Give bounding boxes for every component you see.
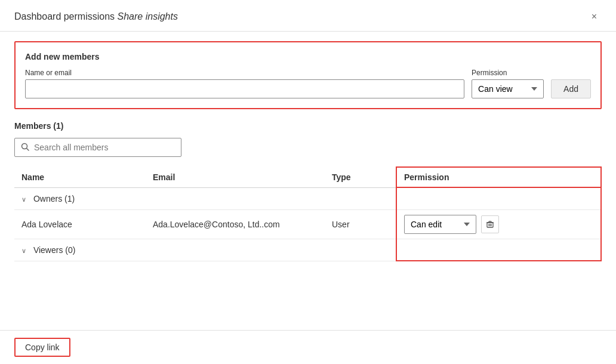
copy-link-button[interactable]: Copy link [14,338,70,357]
modal-footer: Copy link [0,330,616,364]
members-title: Members (1) [14,121,602,131]
name-email-group: Name or email [25,69,464,98]
modal: Dashboard permissions Share insights × A… [0,0,616,364]
add-button[interactable]: Add [551,79,591,98]
group-row-owners: ∨ Owners (1) [14,187,601,209]
name-email-label: Name or email [25,69,464,77]
group-label-viewers: ∨ Viewers (0) [14,239,396,261]
owners-label: Owners (1) [33,194,75,203]
chevron-viewers-icon: ∨ [21,247,26,254]
member-email-ada: Ada.Lovelace@Contoso, Ltd..com [146,209,325,239]
svg-line-1 [27,148,29,150]
search-icon [21,143,29,153]
chevron-owners-icon: ∨ [21,196,26,203]
col-header-permission: Permission [396,167,601,187]
modal-body: Add new members Name or email Permission… [0,32,616,330]
member-permission-ada: Can view Can edit Can manage [396,209,601,239]
col-header-type: Type [325,167,396,187]
owners-permission-cell-empty [396,187,601,209]
table-row: Ada Lovelace Ada.Lovelace@Contoso, Ltd..… [14,209,601,239]
close-button[interactable]: × [587,10,602,24]
col-header-name: Name [14,167,146,187]
permission-cell-ada: Can view Can edit Can manage [404,215,593,234]
add-members-title: Add new members [25,52,591,61]
modal-title-plain: Dashboard permissions [14,11,118,21]
viewers-permission-cell-empty [396,239,601,261]
delete-button-ada[interactable] [481,215,499,233]
members-table: Name Email Type Permission ∨ Owners (1) [14,166,602,261]
name-email-input[interactable] [25,79,464,98]
modal-title: Dashboard permissions Share insights [14,11,178,22]
member-type-ada: User [325,209,396,239]
add-members-form: Name or email Permission Can view Can ed… [25,69,591,98]
permission-select-ada[interactable]: Can view Can edit Can manage [404,215,476,234]
permission-dropdown[interactable]: Can view Can edit Can manage [472,79,544,98]
add-members-section: Add new members Name or email Permission… [14,41,602,109]
table-header-row: Name Email Type Permission [14,167,601,187]
trash-icon [486,220,494,229]
search-members-input[interactable] [34,143,175,152]
viewers-label: Viewers (0) [33,245,76,255]
permission-label: Permission [472,69,544,77]
permission-group: Permission Can view Can edit Can manage [472,69,544,98]
search-members-container[interactable] [14,138,181,157]
member-name-ada: Ada Lovelace [14,209,146,239]
group-row-viewers: ∨ Viewers (0) [14,239,601,261]
group-label-owners: ∨ Owners (1) [14,187,396,209]
col-header-email: Email [146,167,325,187]
modal-title-italic: Share insights [118,11,178,21]
modal-header: Dashboard permissions Share insights × [0,0,616,32]
members-section: Members (1) Name Email Type Permis [14,121,602,261]
